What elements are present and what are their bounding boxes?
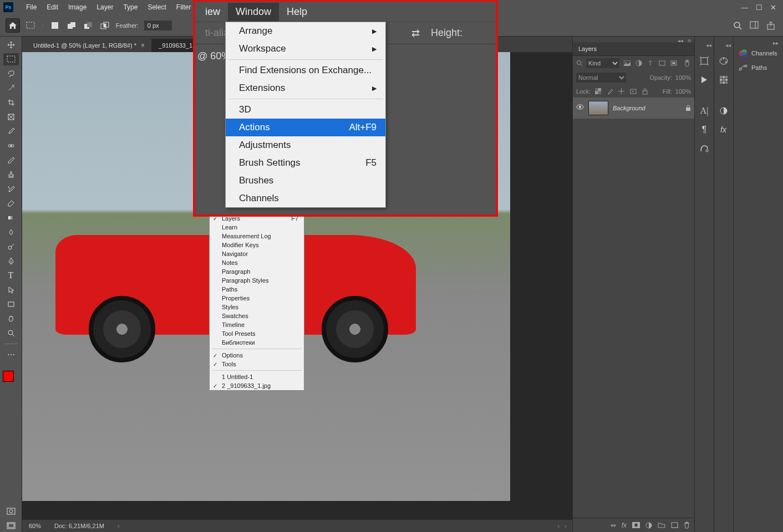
stamp-tool[interactable] (3, 168, 19, 181)
dd-brushes[interactable]: Brushes (226, 172, 385, 190)
doctab-1[interactable]: Untitled-1 @ 50% (Layer 1, RGB/8#) *× (27, 39, 152, 52)
ds-timeline[interactable]: Timeline (210, 320, 304, 329)
maximize-icon[interactable]: ☐ (756, 3, 762, 12)
eyedropper-tool[interactable] (3, 125, 19, 137)
layer-name[interactable]: Background (613, 105, 681, 111)
big-menu-window[interactable]: Window (228, 3, 279, 21)
dd-channels[interactable]: Channels (226, 190, 385, 207)
ds-tool-presets[interactable]: Tool Presets (210, 329, 304, 338)
play-icon[interactable] (698, 74, 710, 86)
layer-background[interactable]: Background (573, 98, 694, 119)
para-panel-icon[interactable]: ¶ (698, 124, 710, 136)
quickmask-tool[interactable] (3, 505, 19, 518)
swatches-icon[interactable] (718, 74, 730, 86)
ds-learn[interactable]: Learn (210, 223, 304, 232)
doc-size[interactable]: Doc: 6,21M/6,21M (54, 523, 104, 529)
frame-tool[interactable] (3, 111, 19, 123)
menu-image[interactable]: Image (63, 0, 91, 14)
dd-extensions[interactable]: Extensions▶ (226, 79, 385, 97)
new-selection-icon[interactable] (49, 21, 60, 30)
channels-item[interactable]: Channels (736, 46, 781, 60)
ds-styles[interactable]: Styles (210, 303, 304, 311)
move-tool[interactable] (3, 39, 19, 51)
group-icon[interactable] (658, 522, 665, 528)
dodge-tool[interactable] (3, 241, 19, 253)
glyphs-icon[interactable] (698, 142, 710, 155)
marquee-tool-icon[interactable] (26, 21, 37, 30)
ds-options[interactable]: ✓Options (210, 351, 304, 360)
filter-smart-icon[interactable] (669, 59, 678, 68)
mask-icon[interactable] (632, 522, 640, 528)
ds-paragraph[interactable]: Paragraph (210, 267, 304, 276)
menu-edit[interactable]: Edit (42, 0, 63, 14)
edit-toolbar[interactable]: ⋯ (3, 349, 19, 361)
ds-navigator[interactable]: Navigator (210, 249, 304, 258)
menu-layer[interactable]: Layer (91, 0, 118, 14)
add-selection-icon[interactable] (66, 21, 77, 30)
hand-tool[interactable] (3, 313, 19, 325)
type-tool[interactable]: T (3, 269, 19, 282)
filter-type-icon[interactable]: T (646, 59, 654, 68)
brush-tool[interactable] (3, 154, 19, 166)
ds-paths[interactable]: Paths (210, 285, 304, 294)
zoom-tool[interactable] (3, 327, 19, 339)
blend-mode[interactable]: Normal (576, 73, 626, 83)
history-brush-tool[interactable] (3, 183, 19, 195)
filter-toggle-icon[interactable] (683, 59, 691, 68)
pen-tool[interactable] (3, 255, 19, 267)
dd-find-extensions[interactable]: Find Extensions on Exchange... (226, 62, 385, 79)
ds-properties[interactable]: Properties (210, 294, 304, 303)
lasso-tool[interactable] (3, 68, 19, 80)
trash-icon[interactable] (684, 521, 690, 529)
gradient-tool[interactable] (3, 212, 19, 224)
menu-filter[interactable]: Filter (171, 0, 196, 14)
panel-icon[interactable] (750, 21, 759, 30)
close-icon[interactable]: ✕ (770, 3, 776, 12)
dd-adjustments[interactable]: Adjustments (226, 136, 385, 154)
path-select-tool[interactable] (3, 284, 19, 296)
healing-tool[interactable] (3, 140, 19, 152)
menu-file[interactable]: File (21, 0, 42, 14)
minimize-icon[interactable]: — (741, 3, 748, 12)
share-icon[interactable] (766, 21, 775, 30)
big-menu-view[interactable]: iew (197, 3, 228, 21)
ds-tools[interactable]: ✓Tools (210, 360, 304, 369)
styles-icon[interactable]: fx (718, 124, 730, 136)
lock-trans-icon[interactable] (594, 87, 602, 95)
new-layer-icon[interactable] (671, 522, 678, 528)
char-panel-icon[interactable]: A| (698, 105, 710, 117)
paths-item[interactable]: Paths (736, 60, 781, 75)
menu-type[interactable]: Type (118, 0, 143, 14)
blur-tool[interactable] (3, 226, 19, 238)
dd-arrange[interactable]: Arrange▶ (226, 22, 385, 40)
big-menu-help[interactable]: Help (279, 3, 315, 21)
ds-doc-2[interactable]: ✓2 _9109633_1.jpg (210, 381, 304, 390)
eraser-tool[interactable] (3, 197, 19, 209)
fill-value[interactable]: 100% (675, 88, 691, 95)
ds-paragraph-styles[interactable]: Paragraph Styles (210, 276, 304, 285)
ds-modifier[interactable]: Modifier Keys (210, 241, 304, 249)
color-icon[interactable] (718, 55, 730, 67)
adjust-icon[interactable] (645, 522, 652, 529)
history-icon[interactable] (698, 55, 710, 67)
screenmode-tool[interactable] (3, 520, 19, 532)
filter-adjust-icon[interactable] (634, 59, 643, 68)
layers-tab[interactable]: Layers (573, 42, 694, 56)
dd-workspace[interactable]: Workspace▶ (226, 40, 385, 58)
feather-input[interactable] (144, 21, 172, 30)
ds-notes[interactable]: Notes (210, 258, 304, 267)
ds-doc-1[interactable]: 1 Untitled-1 (210, 372, 304, 381)
foreground-color[interactable] (3, 371, 14, 382)
adjustments-icon[interactable] (718, 105, 730, 117)
link-icon[interactable]: ⇔ (611, 521, 616, 529)
layer-filter-kind[interactable]: Kind (586, 58, 619, 68)
dd-brush-settings[interactable]: Brush SettingsF5 (226, 154, 385, 172)
ds-libraries[interactable]: Библиотеки (210, 338, 304, 347)
intersect-selection-icon[interactable] (99, 21, 110, 30)
color-swatches[interactable] (3, 367, 19, 384)
crop-tool[interactable] (3, 96, 19, 109)
visibility-icon[interactable] (576, 104, 584, 112)
ds-swatches[interactable]: Swatches (210, 311, 304, 320)
opacity-value[interactable]: 100% (675, 74, 691, 81)
close-tab-icon[interactable]: × (141, 42, 145, 49)
